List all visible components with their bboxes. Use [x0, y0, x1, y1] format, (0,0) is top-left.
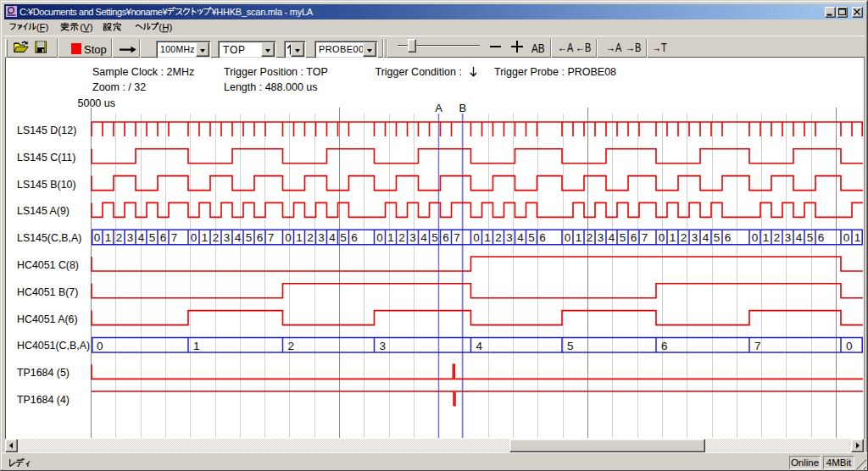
svg-text:(V): (V) — [80, 22, 93, 32]
svg-text:C:¥Documents and Settings¥nona: C:¥Documents and Settings¥noname¥ — [19, 7, 168, 17]
svg-text:(F): (F) — [36, 22, 49, 32]
svg-text:¥HHKB_scan.mla - myLA: ¥HHKB_scan.mla - myLA — [210, 7, 313, 17]
svg-text:(H): (H) — [159, 22, 172, 32]
